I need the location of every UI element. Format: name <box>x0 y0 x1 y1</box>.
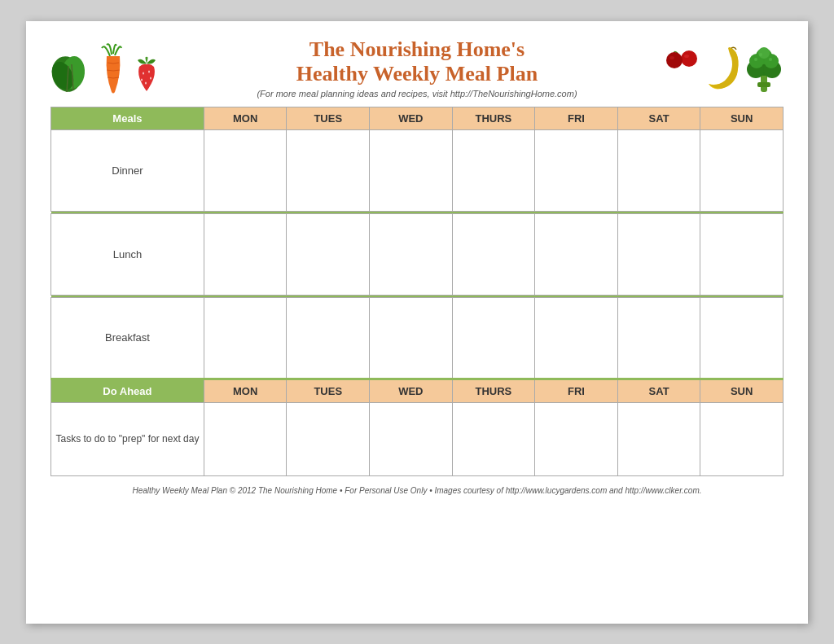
subtitle: (For more meal planning ideas and recipe… <box>173 89 661 99</box>
dinner-sat[interactable] <box>617 129 700 211</box>
do-ahead-thurs: THURS <box>452 379 535 402</box>
left-food-icons <box>50 42 173 94</box>
svg-point-5 <box>143 72 144 74</box>
title-line2: Healthy Weekly Meal Plan <box>173 62 661 86</box>
tasks-wed[interactable] <box>370 402 453 475</box>
meal-table: Meals MON TUES WED THURS FRI SAT SUN Din… <box>50 107 784 476</box>
lunch-wed[interactable] <box>370 213 453 295</box>
do-ahead-wed: WED <box>370 379 453 402</box>
days-header-row: Meals MON TUES WED THURS FRI SAT SUN <box>51 107 784 129</box>
breakfast-tues[interactable] <box>287 297 370 379</box>
wed-header: WED <box>370 107 453 129</box>
breakfast-fri[interactable] <box>535 297 618 379</box>
do-ahead-sat: SAT <box>617 379 700 402</box>
svg-point-23 <box>759 53 762 56</box>
dinner-row: Dinner <box>51 129 784 211</box>
lunch-fri[interactable] <box>535 213 618 295</box>
title-line1: The Nourishing Home's <box>173 37 661 62</box>
banana-icon <box>700 42 741 94</box>
svg-point-13 <box>669 56 674 59</box>
svg-rect-15 <box>757 82 770 87</box>
right-food-icons <box>661 42 784 94</box>
breakfast-row: Breakfast <box>51 297 784 379</box>
do-ahead-mon: MON <box>204 379 287 402</box>
thurs-header: THURS <box>452 107 535 129</box>
tasks-fri[interactable] <box>535 402 618 475</box>
strawberry-icon <box>133 54 160 94</box>
tasks-thurs[interactable] <box>452 402 535 475</box>
breakfast-mon[interactable] <box>204 297 287 379</box>
svg-point-25 <box>769 58 772 61</box>
mon-header: MON <box>204 107 287 129</box>
dinner-wed[interactable] <box>370 129 453 211</box>
svg-point-22 <box>758 47 770 59</box>
svg-point-12 <box>666 52 683 68</box>
sat-header: SAT <box>617 107 700 129</box>
fri-header: FRI <box>535 107 618 129</box>
do-ahead-sun: SUN <box>700 379 784 402</box>
page: The Nourishing Home's Healthy Weekly Mea… <box>26 21 808 624</box>
svg-point-7 <box>141 78 143 81</box>
lunch-sun[interactable] <box>700 213 784 295</box>
dinner-label: Dinner <box>51 129 204 211</box>
svg-point-10 <box>681 50 697 67</box>
svg-point-6 <box>148 70 150 72</box>
breakfast-sun[interactable] <box>700 297 784 379</box>
tasks-sun[interactable] <box>700 402 784 475</box>
lunch-row: Lunch <box>51 213 784 295</box>
lunch-thurs[interactable] <box>452 213 535 295</box>
svg-point-24 <box>754 58 757 61</box>
breakfast-label: Breakfast <box>51 297 204 379</box>
lunch-tues[interactable] <box>287 213 370 295</box>
lunch-mon[interactable] <box>204 213 287 295</box>
sun-header: SUN <box>700 107 784 129</box>
dinner-thurs[interactable] <box>452 129 535 211</box>
header-center: The Nourishing Home's Healthy Weekly Mea… <box>173 37 661 99</box>
svg-point-8 <box>150 77 151 79</box>
footer: Healthy Weekly Meal Plan © 2012 The Nour… <box>50 486 784 495</box>
do-ahead-tues: TUES <box>287 379 370 402</box>
svg-point-11 <box>684 55 689 58</box>
do-ahead-label: Do Ahead <box>51 379 204 402</box>
breakfast-thurs[interactable] <box>452 297 535 379</box>
carrot-icon <box>99 42 129 94</box>
svg-point-9 <box>145 81 147 84</box>
meals-header: Meals <box>51 107 204 129</box>
tues-header: TUES <box>287 107 370 129</box>
do-ahead-header-row: Do Ahead MON TUES WED THURS FRI SAT SUN <box>51 379 784 402</box>
greens-icon <box>50 42 95 94</box>
cherries-icon <box>665 46 697 94</box>
tasks-row: Tasks to do to "prep" for next day <box>51 402 784 475</box>
breakfast-wed[interactable] <box>370 297 453 379</box>
header: The Nourishing Home's Healthy Weekly Mea… <box>50 37 784 99</box>
dinner-sun[interactable] <box>700 129 784 211</box>
dinner-fri[interactable] <box>535 129 618 211</box>
do-ahead-fri: FRI <box>535 379 618 402</box>
dinner-tues[interactable] <box>287 129 370 211</box>
tasks-sat[interactable] <box>617 402 700 475</box>
dinner-mon[interactable] <box>204 129 287 211</box>
tasks-tues[interactable] <box>287 402 370 475</box>
tasks-mon[interactable] <box>204 402 287 475</box>
tasks-label: Tasks to do to "prep" for next day <box>51 402 204 475</box>
lunch-label: Lunch <box>51 213 204 295</box>
lunch-sat[interactable] <box>617 213 700 295</box>
broccoli-icon <box>744 42 784 94</box>
breakfast-sat[interactable] <box>617 297 700 379</box>
